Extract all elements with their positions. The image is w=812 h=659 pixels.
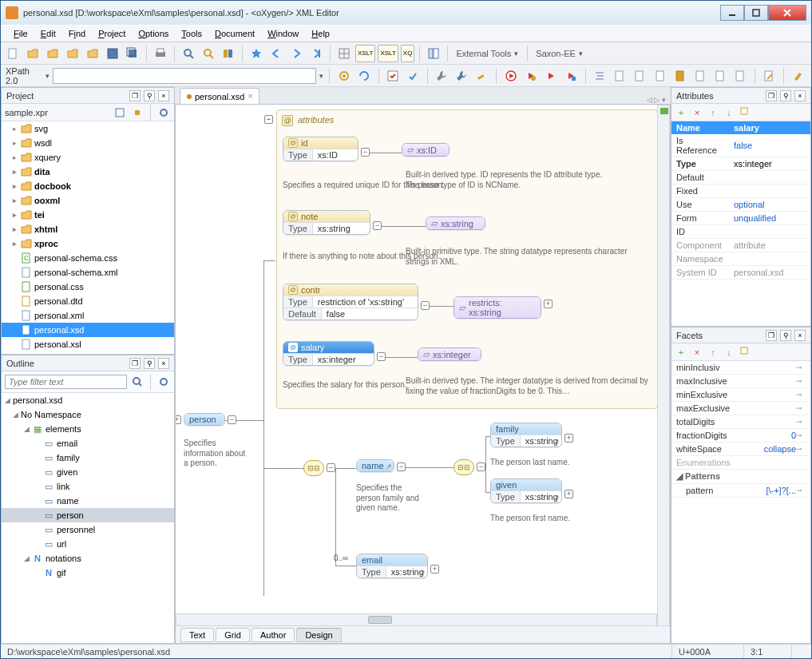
menu-file[interactable]: File [7, 26, 34, 41]
refresh-icon[interactable] [355, 67, 372, 85]
panel-close-icon[interactable]: × [158, 90, 169, 101]
new-icon[interactable] [4, 45, 22, 62]
node-family[interactable]: family Typexs:string ↗ [490, 423, 562, 447]
panel-pin-icon[interactable]: ⚲ [144, 358, 155, 369]
minimize-button[interactable] [720, 5, 744, 21]
node-salary[interactable]: @salary Typexs:integer [283, 341, 374, 366]
outline-tree[interactable]: ◢personal.xsd ◢No Namespace ◢▦elements ▭… [2, 393, 174, 643]
port-icon[interactable]: − [477, 462, 485, 471]
print-icon[interactable] [152, 45, 169, 62]
node-note[interactable]: @note Typexs:string [283, 210, 370, 235]
collapse-icon[interactable]: − [264, 115, 273, 124]
run-stop-icon[interactable] [562, 67, 579, 85]
nav-fwd-icon[interactable] [287, 45, 305, 62]
close-button[interactable] [768, 5, 806, 21]
copy-icon[interactable] [739, 343, 751, 361]
doc1-icon[interactable] [612, 67, 628, 85]
down-icon[interactable]: ↓ [723, 343, 735, 361]
wrench-icon[interactable] [434, 67, 450, 85]
panel-restore-icon[interactable]: ❐ [129, 90, 141, 101]
node-email[interactable]: email Typexs:string ↗ [356, 554, 428, 578]
gear-icon[interactable] [335, 67, 352, 85]
engine-dropdown[interactable]: Saxon-EE▾ [533, 49, 587, 58]
panel-close-icon[interactable]: × [794, 90, 806, 101]
link-editor-icon[interactable] [130, 105, 145, 120]
tab-author[interactable]: Author [252, 628, 295, 642]
doc5-icon[interactable] [691, 67, 708, 85]
vertical-scrollbar[interactable] [657, 105, 670, 626]
edit-icon[interactable] [761, 67, 778, 85]
menu-window[interactable]: Window [261, 26, 305, 41]
facets-list[interactable]: minInclusiv⊸ maxInclusive⊸ minExclusive⊸… [671, 361, 810, 643]
panel-restore-icon[interactable]: ❐ [129, 358, 141, 369]
sequence-icon[interactable]: ⊟⊟ [454, 459, 474, 475]
doc2-icon[interactable] [632, 67, 648, 85]
run-config-icon[interactable] [522, 67, 539, 85]
horizontal-scrollbar[interactable] [176, 613, 657, 626]
node-name[interactable]: name ↗ [356, 459, 394, 472]
tab-close-icon[interactable]: × [248, 92, 252, 101]
outline-filter-input[interactable] [5, 375, 127, 389]
expand-icon[interactable]: + [430, 565, 439, 574]
copy-icon[interactable] [739, 104, 751, 121]
external-tools-dropdown[interactable]: External Tools▾ [453, 49, 522, 58]
node-restricts[interactable]: ▱restricts: xs:string [454, 296, 541, 319]
remove-icon[interactable]: × [691, 104, 703, 121]
expand-icon[interactable]: + [544, 300, 553, 308]
port-icon[interactable]: − [397, 462, 406, 471]
search2-icon[interactable] [200, 45, 217, 62]
expand-icon[interactable]: + [564, 490, 573, 498]
project-settings-icon[interactable] [156, 105, 171, 120]
grid-icon[interactable] [335, 45, 353, 62]
menu-find[interactable]: Find [62, 26, 92, 41]
maximize-button[interactable] [744, 5, 768, 21]
port-icon[interactable]: − [327, 463, 335, 472]
doc4-icon[interactable] [671, 67, 688, 85]
history-icon[interactable] [220, 45, 237, 62]
port-icon[interactable]: − [361, 148, 370, 157]
nav-last-icon[interactable] [307, 45, 325, 62]
validate2-icon[interactable] [405, 67, 422, 85]
attributes-table[interactable]: Namesalary Is Referencefalse Typexs:inte… [671, 121, 810, 280]
run-debug-icon[interactable] [542, 67, 559, 85]
open2-icon[interactable] [44, 45, 61, 62]
tab-nav[interactable]: ◁ ▷ ▾ [647, 96, 666, 104]
up-icon[interactable]: ↑ [707, 104, 719, 121]
panel-pin-icon[interactable]: ⚲ [144, 90, 155, 101]
indent-icon[interactable] [592, 67, 608, 85]
node-xsinteger[interactable]: ▱xs:integer [418, 347, 481, 361]
menu-tools[interactable]: Tools [175, 26, 208, 41]
port-icon[interactable]: − [228, 415, 236, 424]
doc3-icon[interactable] [652, 67, 668, 85]
node-person[interactable]: person [184, 413, 225, 426]
wrench2-icon[interactable] [454, 67, 470, 85]
search-icon[interactable] [180, 45, 197, 62]
panel-close-icon[interactable]: × [794, 330, 806, 341]
search-icon[interactable] [130, 375, 145, 389]
node-id[interactable]: @id Typexs:ID [283, 137, 358, 161]
port-icon[interactable]: − [373, 221, 382, 230]
layout-icon[interactable] [425, 45, 442, 62]
node-contr[interactable]: @contr Typerestriction of 'xs:string' De… [283, 284, 418, 320]
remove-icon[interactable]: × [691, 343, 703, 361]
doc7-icon[interactable] [732, 67, 749, 85]
node-xsstring[interactable]: ▱xs:string [426, 216, 485, 230]
panel-restore-icon[interactable]: ❐ [766, 90, 777, 101]
tab-text[interactable]: Text [180, 628, 214, 642]
doc6-icon[interactable] [711, 67, 728, 85]
open3-icon[interactable] [64, 45, 81, 62]
saveall-icon[interactable] [124, 45, 141, 62]
expand-icon[interactable]: + [564, 434, 573, 443]
panel-restore-icon[interactable]: ❐ [766, 330, 777, 341]
open4-icon[interactable] [84, 45, 101, 62]
save-icon[interactable] [104, 45, 121, 62]
node-xsid[interactable]: ▱xs:ID [402, 143, 450, 157]
menu-document[interactable]: Document [208, 26, 261, 41]
port-icon[interactable]: − [377, 352, 386, 361]
panel-pin-icon[interactable]: ⚲ [780, 330, 791, 341]
open-icon[interactable] [24, 45, 42, 62]
menu-edit[interactable]: Edit [34, 26, 62, 41]
run-icon[interactable] [502, 67, 519, 85]
xslt-debug-icon[interactable]: XSLT [378, 45, 398, 62]
panel-close-icon[interactable]: × [158, 358, 169, 369]
